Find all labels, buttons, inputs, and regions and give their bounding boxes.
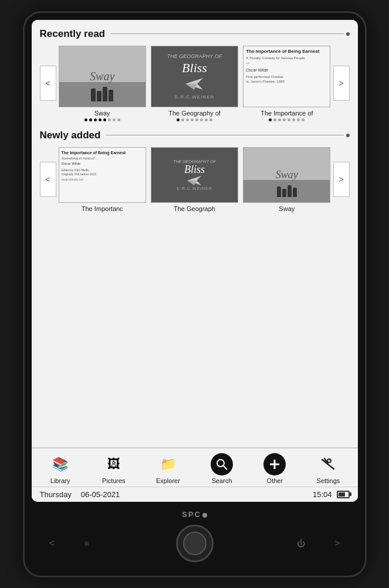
sway-small-title: Sway [276,169,298,181]
bliss-subtitle: THE GEOGRAPHY OF [167,53,222,59]
nav-settings-label: Settings [317,477,340,484]
other-icon [263,453,286,475]
book-label-sway: Sway [59,110,146,117]
figure2 [97,91,102,101]
battery-icon [337,491,350,498]
brand-dot [202,513,207,518]
sway-band-figures [91,87,113,101]
book-dots-importance [269,118,305,121]
nav-search[interactable]: Search [211,453,233,484]
book-cover-bliss: THE GEOGRAPHY OF Bliss E.R.C.WEINER [151,46,238,107]
book-sway-small[interactable]: Sway [243,147,330,212]
status-date: 06-05-2021 [81,490,120,499]
dot7 [297,118,300,121]
book-bliss-small[interactable]: THE GEOGRAPHY OF Bliss E.R.C.WEINER The … [151,147,238,212]
dot7 [113,118,116,121]
sway-small-inner: Sway [243,148,330,202]
hw-power-button[interactable]: ⏻ [297,539,305,548]
importance-stars: *** [246,62,249,66]
brand-label: SPC [182,510,207,519]
book-sway[interactable]: Sway [59,46,146,121]
sway-title-text: Sway [90,70,114,83]
newly-added-row: < The Importance of Being Earnest Someth… [40,147,350,212]
recently-read-header: Recently read [40,28,350,40]
battery-fill [339,492,345,497]
importance-small-title: The Importance of Being Earnest [62,150,126,155]
svg-marker-1 [185,84,197,90]
dot8 [302,118,305,121]
nav-library[interactable]: 📚 Library [49,453,72,484]
screen: Recently read < Sway [32,20,358,502]
hw-center-inner [183,532,207,555]
sway-band [59,82,146,106]
importance-cover-inner: The Importance of Being Earnest A Trivia… [243,46,330,107]
hw-center-button[interactable] [176,525,214,562]
nav-pictures-label: Pictures [102,477,126,484]
book-label-sway-small: Sway [243,205,330,212]
bliss-small-plane [187,176,201,185]
nav-other[interactable]: Other [263,453,286,484]
newly-added-prev-button[interactable]: < [40,162,56,197]
newly-added-next-button[interactable]: > [333,162,350,197]
sf2 [282,189,286,197]
book-label-bliss-small: The Geograph [151,205,238,212]
screen-content: Recently read < Sway [32,20,358,447]
hw-menu-button[interactable]: ≡ [84,539,89,548]
importance-small-subtitle: Something in mind of ... [62,157,99,161]
sway-small-band [243,180,330,202]
importance-subtitle-text: A Trivially Comedy for Serious People [246,56,305,60]
dot4 [99,118,102,121]
importance-small-inner: The Importance of Being Earnest Somethin… [59,148,146,202]
svg-point-4 [217,460,224,467]
book-dots-sway [84,118,120,121]
svg-line-5 [224,466,227,470]
dot3 [94,118,97,121]
nav-explorer[interactable]: 📁 Explorer [156,453,180,484]
dot8 [117,118,120,121]
pictures-icon: 🖼 [103,453,125,475]
recently-read-prev-button[interactable]: < [40,66,56,101]
newly-added-header: Newly added [40,130,350,141]
book-importance[interactable]: The Importance of Being Earnest A Trivia… [243,46,330,121]
sf4 [293,188,297,197]
dot2 [273,118,276,121]
svg-marker-3 [187,181,197,185]
dot5 [103,118,106,121]
section-dot2 [346,134,350,137]
bliss-small-inner: THE GEOGRAPHY OF Bliss E.R.C.WEINER [151,148,238,202]
bottom-nav: 📚 Library 🖼 Pictures 📁 Explorer [32,447,358,487]
bliss-small-subtitle: THE GEOGRAPHY OF [173,159,216,164]
nav-pictures[interactable]: 🖼 Pictures [102,453,126,484]
sf3 [287,185,292,197]
hw-back-button[interactable]: < [49,538,55,549]
importance-small-author: Oscar Wilde [62,162,81,166]
figure3 [103,87,107,101]
book-cover-bliss-small: THE GEOGRAPHY OF Bliss E.R.C.WEINER [151,147,238,203]
dot4 [191,118,194,121]
nav-other-label: Other [267,477,283,484]
importance-small-extra: epub-ebooks.net [62,178,83,182]
recently-read-books: Sway [59,46,331,121]
newly-added-title: Newly added [40,130,101,141]
figure4 [109,90,113,101]
explorer-icon: 📁 [157,453,179,475]
book-bliss[interactable]: THE GEOGRAPHY OF Bliss E.R.C.WEINER [151,46,238,121]
dot8 [209,118,212,121]
importance-author-text: Oscar Wilde [246,67,268,73]
recently-read-next-button[interactable]: > [333,66,350,101]
search-icon [211,453,233,475]
bliss-small-author: E.R.C.WEINER [177,186,212,191]
hw-forward-button[interactable]: > [334,538,340,549]
dot6 [292,118,295,121]
nav-library-label: Library [50,477,70,484]
section-dot [346,32,350,36]
dot1 [177,118,180,121]
recently-read-title: Recently read [40,28,106,40]
status-time: 15:04 [313,490,332,499]
nav-settings[interactable]: Settings [317,453,340,484]
sway-cover-inner: Sway [59,46,146,107]
svg-point-10 [327,459,331,463]
dot1 [84,118,87,121]
book-label-importance-small: The Importanc [59,205,146,212]
book-importance-small[interactable]: The Importance of Being Earnest Somethin… [59,147,146,212]
